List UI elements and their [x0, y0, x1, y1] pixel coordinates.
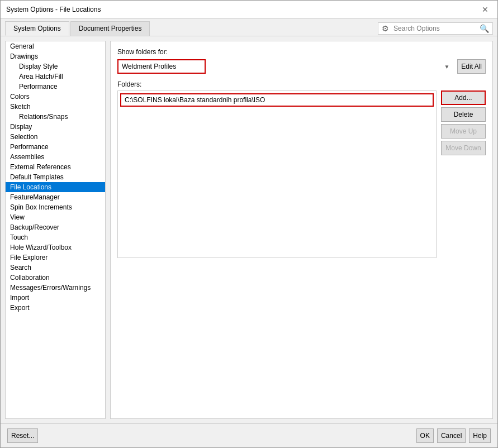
sidebar-item-performance-drawings[interactable]: Performance [6, 82, 105, 92]
main-content: GeneralDrawingsDisplay StyleArea Hatch/F… [1, 36, 497, 423]
show-folders-label: Show folders for: [117, 48, 486, 56]
sidebar-item-assemblies[interactable]: Assemblies [6, 152, 105, 162]
sidebar-item-file-explorer[interactable]: File Explorer [6, 252, 105, 263]
bottom-bar: Reset... OK Cancel Help [1, 423, 497, 447]
sidebar-item-general[interactable]: General [6, 41, 105, 51]
sidebar-item-view[interactable]: View [6, 212, 105, 222]
title-bar: System Options - File Locations ✕ [1, 1, 497, 19]
sidebar-item-hole-wizard-toolbox[interactable]: Hole Wizard/Toolbox [6, 242, 105, 252]
cancel-button[interactable]: Cancel [437, 428, 466, 443]
sidebar-item-display[interactable]: Display [6, 122, 105, 132]
move-down-button[interactable]: Move Down [441, 141, 486, 155]
sidebar-item-display-style[interactable]: Display Style [6, 61, 105, 72]
sidebar: GeneralDrawingsDisplay StyleArea Hatch/F… [5, 41, 106, 419]
folder-path-item[interactable]: C:\SOLFINS lokal\Baza standardnih profil… [120, 93, 434, 107]
edit-all-button[interactable]: Edit All [457, 59, 486, 74]
sidebar-item-import[interactable]: Import [6, 293, 105, 303]
help-button[interactable]: Help [469, 428, 491, 443]
dropdown-arrow-icon: ▼ [444, 64, 449, 70]
tabs-left: System Options Document Properties [5, 21, 151, 36]
bottom-right: OK Cancel Help [416, 428, 491, 443]
bottom-left: Reset... [7, 428, 38, 443]
tab-system-options[interactable]: System Options [5, 21, 69, 36]
dropdown-wrapper: Weldment ProfilesDocument TemplatesSheet… [117, 59, 453, 74]
sidebar-item-spin-box-increments[interactable]: Spin Box Increments [6, 202, 105, 212]
ok-button[interactable]: OK [416, 428, 434, 443]
sidebar-item-feature-manager[interactable]: FeatureManager [6, 192, 105, 202]
buttons-col: Add... Delete Move Up Move Down [441, 90, 486, 258]
tab-document-properties[interactable]: Document Properties [70, 21, 150, 36]
dialog-window: System Options - File Locations ✕ System… [0, 0, 498, 448]
sidebar-item-file-locations[interactable]: File Locations [6, 182, 105, 192]
folders-label: Folders: [117, 80, 486, 88]
close-button[interactable]: ✕ [478, 4, 492, 15]
sidebar-item-search[interactable]: Search [6, 263, 105, 273]
sidebar-item-external-references[interactable]: External References [6, 162, 105, 172]
panel-section: Show folders for: Weldment ProfilesDocum… [110, 41, 493, 419]
sidebar-item-drawings[interactable]: Drawings [6, 51, 105, 61]
sidebar-item-backup-recover[interactable]: Backup/Recover [6, 222, 105, 232]
reset-button[interactable]: Reset... [7, 428, 38, 443]
sidebar-item-performance[interactable]: Performance [6, 142, 105, 152]
sidebar-item-default-templates[interactable]: Default Templates [6, 172, 105, 182]
sidebar-item-relations-snaps[interactable]: Relations/Snaps [6, 112, 105, 122]
gear-icon: ⚙ [382, 24, 389, 33]
sidebar-item-selection[interactable]: Selection [6, 132, 105, 142]
right-panel: Show folders for: Weldment ProfilesDocum… [110, 41, 493, 419]
tabs-row: System Options Document Properties ⚙ 🔍 [1, 19, 497, 36]
delete-button[interactable]: Delete [441, 107, 486, 122]
sidebar-item-sketch[interactable]: Sketch [6, 102, 105, 112]
title-text: System Options - File Locations [6, 6, 101, 13]
search-box: ⚙ 🔍 [378, 22, 493, 35]
folders-area: C:\SOLFINS lokal\Baza standardnih profil… [117, 90, 486, 258]
sidebar-item-touch[interactable]: Touch [6, 232, 105, 242]
sidebar-item-collaboration[interactable]: Collaboration [6, 273, 105, 283]
search-input[interactable] [393, 25, 477, 32]
sidebar-item-messages-errors[interactable]: Messages/Errors/Warnings [6, 283, 105, 293]
sidebar-item-colors[interactable]: Colors [6, 92, 105, 102]
folders-list: C:\SOLFINS lokal\Baza standardnih profil… [117, 90, 437, 258]
dropdown-row: Weldment ProfilesDocument TemplatesSheet… [117, 59, 486, 74]
add-button[interactable]: Add... [441, 90, 486, 105]
sidebar-item-area-hatch[interactable]: Area Hatch/Fill [6, 72, 105, 82]
show-folders-dropdown[interactable]: Weldment ProfilesDocument TemplatesSheet… [117, 59, 206, 74]
search-icon: 🔍 [480, 24, 489, 33]
sidebar-item-export[interactable]: Export [6, 303, 105, 313]
move-up-button[interactable]: Move Up [441, 124, 486, 139]
